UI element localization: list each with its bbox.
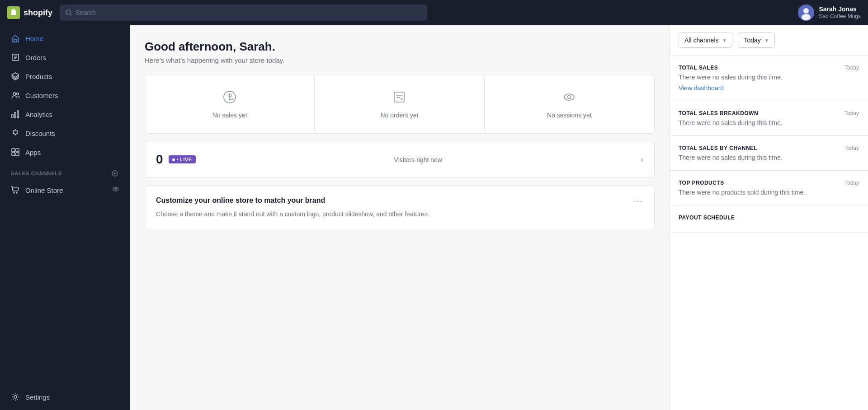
apps-icon — [11, 148, 20, 157]
date-select[interactable]: Today ▼ — [738, 33, 774, 48]
svg-point-20 — [14, 396, 17, 398]
svg-rect-13 — [12, 153, 15, 156]
channel-select[interactable]: All channels ▼ — [679, 33, 732, 48]
settings-label: Settings — [25, 393, 50, 401]
eye-icon — [112, 186, 119, 195]
sidebar-item-home-label: Home — [25, 35, 43, 42]
svg-rect-8 — [12, 114, 13, 118]
metric-top-products: TOP PRODUCTS Today There were no product… — [670, 171, 868, 205]
svg-rect-9 — [14, 112, 16, 118]
svg-point-16 — [14, 192, 14, 193]
stat-sales: No sales yet — [145, 75, 315, 133]
more-options-button[interactable]: ··· — [634, 196, 643, 206]
metric-title-row-products: TOP PRODUCTS Today — [679, 180, 859, 186]
svg-rect-10 — [17, 111, 19, 118]
metric-channel-period: Today — [844, 145, 859, 151]
subgreeting-text: Here’s what’s happening with your store … — [145, 56, 655, 64]
metric-products-period: Today — [844, 180, 859, 186]
visitors-chevron-icon: › — [641, 155, 643, 164]
sidebar-item-orders[interactable]: Orders — [4, 48, 127, 66]
stat-sales-label: No sales yet — [212, 112, 247, 119]
sidebar-item-customers-label: Customers — [25, 92, 58, 99]
right-panel-header: All channels ▼ Today ▼ — [670, 25, 868, 56]
svg-point-4 — [802, 14, 811, 20]
dollar-icon — [222, 90, 237, 106]
metric-total-sales: TOTAL SALES Today There were no sales du… — [670, 56, 868, 101]
customize-header: Customize your online store to match you… — [156, 196, 643, 206]
visitors-label: Visitors right now — [394, 155, 442, 163]
metric-title-row-sales: TOTAL SALES Today — [679, 65, 859, 71]
metric-total-sales-breakdown: TOTAL SALES BREAKDOWN Today There were n… — [670, 101, 868, 136]
sidebar-item-settings[interactable]: Settings — [4, 388, 127, 406]
sidebar-item-analytics-label: Analytics — [25, 111, 52, 118]
metric-breakdown-title: TOTAL SALES BREAKDOWN — [679, 110, 758, 116]
sidebar-item-discounts[interactable]: Discounts — [4, 124, 127, 142]
user-info: Sarah Jonas Sad Coffee Mugs — [819, 5, 861, 19]
sidebar-item-analytics[interactable]: Analytics — [4, 105, 127, 123]
sidebar-item-online-store[interactable]: Online Store — [4, 181, 127, 199]
svg-rect-12 — [16, 149, 19, 152]
metric-channel-empty: There were no sales during this time. — [679, 154, 859, 161]
metric-breakdown-period: Today — [844, 110, 859, 116]
right-panel: All channels ▼ Today ▼ TOTAL SALES Today… — [669, 25, 868, 410]
sidebar: Home Orders Products — [0, 25, 130, 410]
stat-orders: No orders yet — [315, 75, 484, 133]
svg-rect-22 — [394, 92, 404, 102]
live-badge: • LIVE — [169, 155, 196, 163]
metric-total-sales-title: TOTAL SALES — [679, 65, 718, 71]
customize-card: Customize your online store to match you… — [145, 185, 655, 230]
stat-orders-label: No orders yet — [380, 112, 418, 119]
sidebar-item-products[interactable]: Products — [4, 67, 127, 85]
orders-icon — [11, 53, 20, 62]
main-content: Good afternoon, Sarah. Here’s what’s hap… — [130, 25, 669, 410]
sales-channels-header: SALES CHANNELS — [0, 162, 130, 181]
logo-text: shopify — [24, 8, 52, 18]
home-icon — [11, 34, 20, 43]
channel-label: All channels — [684, 37, 719, 44]
sales-channels-label: SALES CHANNELS — [11, 171, 62, 176]
settings-icon — [11, 392, 20, 401]
logo[interactable]: shopify — [7, 6, 52, 19]
svg-point-18 — [113, 187, 118, 191]
greeting-text: Good afternoon, Sarah. — [145, 40, 655, 54]
online-store-icon — [11, 186, 20, 195]
metric-breakdown-empty: There were no sales during this time. — [679, 119, 859, 126]
svg-point-7 — [17, 93, 19, 95]
metric-channel-title: TOTAL SALES BY CHANNEL — [679, 145, 757, 151]
svg-point-24 — [568, 96, 571, 99]
analytics-icon — [11, 110, 20, 119]
online-store-left: Online Store — [11, 186, 63, 195]
metric-total-sales-by-channel: TOTAL SALES BY CHANNEL Today There were … — [670, 136, 868, 171]
stat-sessions: No sessions yet — [485, 75, 654, 133]
user-menu[interactable]: Sarah Jonas Sad Coffee Mugs — [798, 5, 861, 21]
customize-desc: Choose a theme and make it stand out wit… — [156, 210, 643, 219]
orders-stat-icon — [392, 90, 406, 106]
search-input[interactable] — [76, 9, 422, 16]
live-dot — [172, 158, 175, 161]
date-label: Today — [744, 37, 760, 44]
add-channel-button[interactable] — [110, 169, 119, 178]
sidebar-item-home[interactable]: Home — [4, 29, 127, 47]
sidebar-item-orders-label: Orders — [25, 54, 46, 61]
metric-total-sales-empty: There were no sales during this time. — [679, 74, 859, 81]
svg-rect-11 — [12, 149, 15, 152]
search-bar[interactable] — [60, 5, 427, 21]
eye-stat-icon — [562, 90, 576, 106]
visitors-left: 0 • LIVE — [156, 152, 196, 167]
metric-payout-title: PAYOUT SCHEDULE — [679, 214, 735, 221]
sidebar-item-customers[interactable]: Customers — [4, 86, 127, 104]
visitors-count: 0 — [156, 152, 163, 167]
products-icon — [11, 72, 20, 81]
svg-point-23 — [564, 94, 574, 100]
sidebar-item-apps[interactable]: Apps — [4, 143, 127, 161]
visitors-card[interactable]: 0 • LIVE Visitors right now › — [145, 141, 655, 178]
metric-title-row-channel: TOTAL SALES BY CHANNEL Today — [679, 145, 859, 151]
svg-point-17 — [16, 192, 17, 193]
metric-payout-schedule: PAYOUT SCHEDULE — [670, 205, 868, 233]
stat-sessions-label: No sessions yet — [547, 112, 592, 119]
metric-products-empty: There were no products sold during this … — [679, 189, 859, 196]
view-dashboard-link[interactable]: View dashboard — [679, 84, 859, 92]
discounts-icon — [11, 129, 20, 138]
svg-point-3 — [803, 8, 809, 14]
metric-title-row-payout: PAYOUT SCHEDULE — [679, 214, 859, 221]
